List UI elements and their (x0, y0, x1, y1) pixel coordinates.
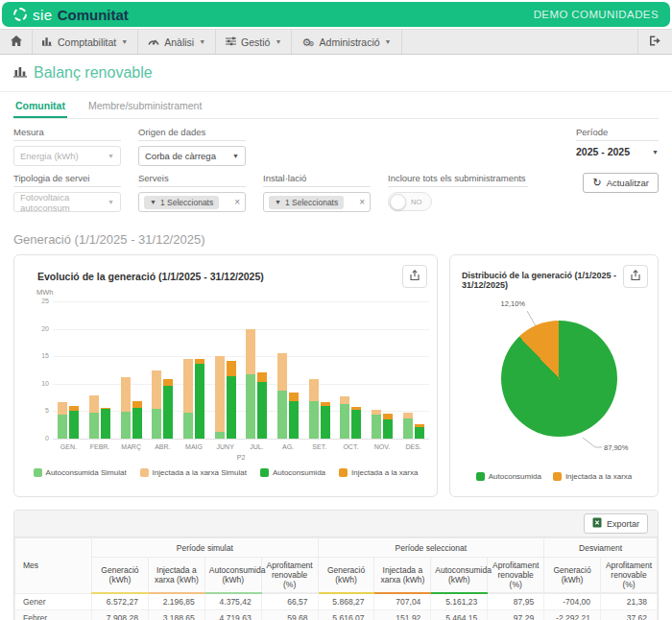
gridline-25 (53, 301, 429, 302)
serveis-chip[interactable]: ▼1 Seleccionats (144, 196, 219, 209)
mesura-select: Energia (kWh) ▼ (13, 146, 121, 166)
logout-button[interactable] (637, 30, 672, 54)
bar-febr-simulat (89, 413, 99, 439)
cell-value: 5.161,23 (431, 593, 488, 609)
bar-juny-simulat (215, 356, 225, 433)
home-icon (11, 36, 22, 48)
serveis-clear-icon[interactable]: × (234, 197, 240, 207)
bar-juny-seleccionat (227, 361, 236, 376)
nav-item-label: Gestió (241, 36, 270, 48)
x-category-label: FEBR. (84, 443, 116, 450)
column-header: Autoconsumida (kWh) (204, 558, 261, 594)
chevron-down-icon: ▼ (121, 38, 128, 45)
tab-comunitat[interactable]: Comunitat (13, 96, 67, 118)
legend-swatch (339, 468, 348, 477)
gauge-icon (148, 36, 159, 48)
legend-item: Injectada a la xarxa (553, 472, 632, 481)
chevron-down-icon: ▼ (199, 38, 205, 45)
table-body: Gener6.572,272.196,854.375,4266,575.868,… (15, 593, 658, 620)
nav-item-analisi[interactable]: Anàlisi▼ (138, 30, 216, 54)
nav-home-button[interactable] (0, 30, 33, 54)
bar-nov-seleccionat (383, 419, 393, 439)
nav-item-label: Administració (320, 36, 380, 48)
environment-label: DEMO COMUNIDADES (534, 9, 659, 20)
incloure-toggle[interactable]: NO (388, 192, 432, 211)
page-content: Balanç renovable ComunitatMembre/submini… (0, 62, 672, 620)
x-category-label: SET. (303, 443, 335, 450)
installacio-chip-label: 1 Seleccionats (285, 198, 338, 207)
bar-juny-simulat (215, 432, 225, 439)
legend-swatch (34, 468, 42, 477)
y-tick-label: 20 (26, 325, 49, 332)
toggle-knob (390, 194, 406, 210)
nav-item-label: Anàlisi (164, 36, 194, 48)
x-category-label: GEN. (53, 443, 84, 450)
nav-item-administracio[interactable]: ⚙⚙Administració▼ (292, 30, 401, 54)
column-header: Injectada a xarxa (kWh) (148, 558, 204, 594)
installacio-clear-icon[interactable]: × (359, 197, 365, 207)
field-periode: Període 2025 - 2025 ▼ (576, 127, 659, 157)
cell-value: 7.908,28 (92, 609, 149, 620)
table-group-header-row: MesPeríode simulatPeríode seleccionatDes… (15, 538, 658, 558)
column-header: Generació (kWh) (544, 558, 601, 594)
bar-des-seleccionat (415, 424, 424, 427)
bar-febr-seleccionat (101, 408, 110, 409)
cell-value: 5.616,07 (318, 609, 374, 620)
cell-value: 4.375,42 (204, 593, 261, 609)
page-title: Balanç renovable (34, 64, 153, 82)
serveis-multiselect[interactable]: ▼1 Seleccionats × (138, 192, 246, 212)
exportar-button[interactable]: Exportar (584, 513, 648, 534)
pie-chart-area: 12,10% 87,90% (450, 255, 658, 496)
gridline-15 (53, 356, 429, 357)
bar-chart-export-button[interactable] (402, 265, 427, 288)
logout-icon (649, 36, 661, 48)
y-tick-label: 5 (26, 407, 49, 414)
installacio-multiselect[interactable]: ▼1 Seleccionats × (263, 192, 371, 212)
x-axis-label: P2 (53, 454, 429, 461)
legend-swatch (476, 472, 485, 481)
bar-gen-seleccionat (69, 406, 79, 410)
legend-label: Autoconsumida (489, 472, 541, 481)
legend-swatch (260, 468, 269, 477)
origen-value: Corba de càrrega (145, 151, 216, 161)
cell-mes: Gener (15, 593, 92, 609)
legend-item: Injectada a la xarxa Simulat (140, 468, 247, 477)
nav-item-comptabilitat[interactable]: Comptabilitat▼ (33, 30, 138, 54)
bar-maig-seleccionat (195, 364, 204, 439)
bar-maig-simulat (183, 413, 193, 439)
bar-ag-simulat (277, 353, 287, 391)
tipologia-label: Tipologia de servei (13, 173, 121, 187)
refresh-icon: ↻ (592, 178, 601, 188)
group-header: Període seleccionat (318, 538, 544, 558)
column-header: Aprofitament renovable (%) (601, 558, 658, 594)
section-title: Generació (1/1/2025 - 31/12/2025) (13, 232, 659, 247)
legend-item: Autoconsumida Simulat (34, 468, 127, 477)
x-category-label: ABR. (147, 443, 179, 450)
nav-item-gestio[interactable]: Gestió▼ (216, 30, 292, 54)
exportar-label: Exportar (607, 519, 639, 529)
column-header: Generació (kWh) (92, 558, 149, 594)
brand-logo-icon (13, 8, 27, 21)
bar-set-seleccionat (321, 406, 330, 439)
bar-mar-simulat (121, 377, 131, 412)
chevron-down-icon: ▼ (652, 149, 659, 155)
actualitzar-button[interactable]: ↻ Actualitzar (583, 173, 659, 193)
legend-label: Injectada a la xarxa (351, 468, 418, 477)
periode-select[interactable]: 2025 - 2025 ▼ (576, 146, 659, 157)
legend-label: Autoconsumida (273, 468, 325, 477)
bar-chart-title: Evolució de la generació (1/1/2025 - 31/… (37, 271, 264, 282)
installacio-chip[interactable]: ▼1 Seleccionats (269, 196, 344, 209)
tipologia-value: Fotovoltaica autoconsum (20, 192, 108, 213)
y-tick-label: 10 (26, 380, 49, 387)
bar-des-simulat (403, 418, 413, 439)
field-installacio: Instal·lació ▼1 Seleccionats × (263, 173, 371, 212)
cell-value: 3.188,65 (148, 609, 204, 620)
legend-label: Injectada a la xarxa Simulat (153, 468, 247, 477)
origen-label: Origen de dades (138, 127, 246, 141)
origen-select[interactable]: Corba de càrrega ▼ (138, 146, 246, 166)
table-column-header-row: Generació (kWh)Injectada a xarxa (kWh)Au… (15, 558, 658, 594)
cell-value: 4.719,63 (204, 609, 261, 620)
mesura-label: Mesura (13, 127, 121, 141)
table-row: Febrer7.908,283.188,654.719,6359,685.616… (15, 609, 658, 620)
tab-membre-subministrament[interactable]: Membre/subministrament (86, 96, 204, 118)
